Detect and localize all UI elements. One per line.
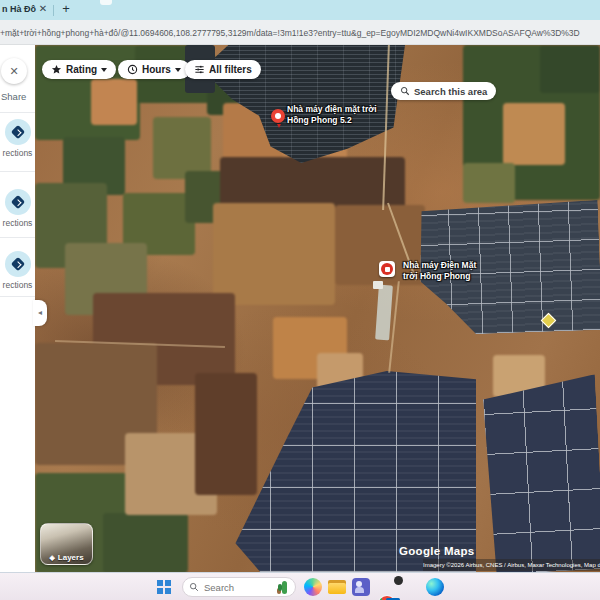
hours-filter-label: Hours <box>142 64 171 75</box>
file-explorer-icon[interactable] <box>328 578 346 596</box>
all-filters-label: All filters <box>209 64 252 75</box>
address-bar[interactable]: +mặt+trời+hồng+phong+hà+đô/@11.0694606,1… <box>0 20 600 45</box>
chevron-down-icon <box>175 68 181 72</box>
url-text: +mặt+trời+hồng+phong+hà+đô/@11.0694606,1… <box>0 28 600 38</box>
search-this-area-label: Search this area <box>414 86 487 97</box>
result-item: rections <box>0 119 35 158</box>
rating-filter-label: Rating <box>66 64 97 75</box>
google-maps-watermark: Google Maps <box>399 545 475 557</box>
star-icon <box>51 64 62 75</box>
satellite-map[interactable]: Rating Hours All filters Search this are… <box>35 45 600 572</box>
close-panel-button[interactable]: ✕ <box>1 58 27 84</box>
new-tab-button[interactable]: + <box>58 1 74 17</box>
layers-icon: ◈ <box>49 554 54 561</box>
layers-strip: ◈ Layers <box>41 550 92 564</box>
tab-separator <box>53 5 54 16</box>
results-sidebar: ✕ Share rections rections rections <box>0 45 35 572</box>
collapse-panel-button[interactable]: ◂ <box>33 300 47 326</box>
tab-close-icon[interactable]: ✕ <box>36 2 50 16</box>
directions-label: rections <box>0 148 35 158</box>
imagery-attribution: Imagery ©2026 Airbus, CNES / Airbus, Max… <box>423 559 600 571</box>
tab-notch <box>100 0 112 5</box>
divider <box>0 171 35 172</box>
chrome-badge <box>394 576 403 585</box>
divider <box>0 296 35 297</box>
share-label[interactable]: Share <box>1 91 26 102</box>
rating-filter-button[interactable]: Rating <box>42 60 116 79</box>
divider <box>0 112 35 113</box>
divider <box>0 237 35 238</box>
directions-label: rections <box>0 218 35 228</box>
search-this-area-button[interactable]: Search this area <box>391 82 496 100</box>
result-item: rections <box>0 251 35 290</box>
hours-filter-button[interactable]: Hours <box>118 60 190 79</box>
directions-button[interactable] <box>5 119 31 145</box>
copilot-icon[interactable] <box>304 578 322 596</box>
layers-label: Layers <box>58 553 84 562</box>
search-icon <box>400 86 410 96</box>
teams-icon[interactable] <box>352 578 370 596</box>
map-pin-hong-phong[interactable] <box>379 261 395 277</box>
marker-label[interactable]: Nhà máy Điện Mặt trời Hồng Phong <box>403 260 493 281</box>
chevron-down-icon <box>101 68 107 72</box>
directions-icon <box>10 195 24 209</box>
directions-button[interactable] <box>5 251 31 277</box>
marker-label[interactable]: Nhà máy điện mặt trời Hồng Phong 5.2 <box>287 104 385 125</box>
browser-tab-bar: n Hà Đô ✕ + <box>0 0 600 20</box>
search-input[interactable] <box>204 582 264 593</box>
windows-taskbar <box>0 572 600 600</box>
directions-button[interactable] <box>5 189 31 215</box>
start-button[interactable] <box>157 580 171 594</box>
search-icon <box>189 582 199 592</box>
clock-icon <box>127 64 138 75</box>
layers-button[interactable]: ◈ Layers <box>40 523 93 565</box>
search-highlight-image <box>276 580 289 594</box>
tune-icon <box>194 64 205 75</box>
directions-label: rections <box>0 280 35 290</box>
map-pin-hong-phong-5-2[interactable] <box>271 109 285 123</box>
all-filters-button[interactable]: All filters <box>185 60 261 79</box>
edge-icon[interactable] <box>426 578 444 596</box>
tab-title[interactable]: n Hà Đô <box>2 4 36 14</box>
solar-farm-bottom-right <box>482 374 600 572</box>
directions-icon <box>10 125 24 139</box>
directions-icon <box>10 257 24 271</box>
result-item: rections <box>0 189 35 228</box>
taskbar-search-box[interactable] <box>182 577 296 597</box>
